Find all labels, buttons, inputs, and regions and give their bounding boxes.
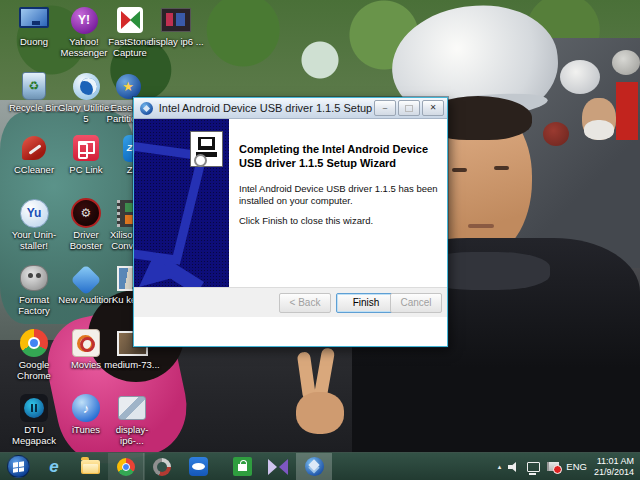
easeus-partition-icon <box>116 74 141 99</box>
teamviewer-icon <box>189 457 208 476</box>
taskbar: ENG 11:01 AM 21/9/2014 <box>0 452 640 480</box>
taskbar-store[interactable] <box>224 453 260 480</box>
finish-button[interactable]: Finish <box>336 293 396 313</box>
desktop-icon-dtu-megapack[interactable]: DTU Megapack <box>6 392 62 446</box>
desktop-screen: Duong Yahoo! Messenger FastStone Capture… <box>0 0 640 480</box>
back-button: < Back <box>279 293 331 313</box>
wallpaper-red-banner <box>616 82 638 140</box>
wallpaper-hand <box>296 392 344 434</box>
taskbar-circular-app[interactable] <box>144 453 180 480</box>
windows-logo-icon <box>7 455 30 478</box>
show-hidden-icons-arrow[interactable] <box>498 463 502 471</box>
desktop-icon-your-uninstaller[interactable]: Your Unin-staller! <box>6 197 62 251</box>
ccleaner-icon <box>22 136 46 160</box>
minimize-button[interactable]: – <box>374 100 396 116</box>
google-chrome-icon <box>20 329 48 357</box>
desktop-icon-recycle-bin[interactable]: Recycle Bin <box>6 70 62 114</box>
desktop-icon-display-ip6[interactable]: display ip6 ... <box>148 4 204 48</box>
taskbar-file-explorer[interactable] <box>72 453 108 480</box>
wizard-body-text: Intel Android Device USB driver 1.1.5 ha… <box>239 183 439 208</box>
titlebar[interactable]: Intel Android Device USB driver 1.1.5 Se… <box>134 98 447 119</box>
yahoo-messenger-icon <box>71 7 98 34</box>
icon-label: Your Unin-staller! <box>6 230 62 251</box>
clock[interactable]: 11:01 AM 21/9/2014 <box>594 456 634 478</box>
system-tray: ENG 11:01 AM 21/9/2014 <box>498 456 640 478</box>
setup-wizard-window: Intel Android Device USB driver 1.1.5 Se… <box>133 97 448 347</box>
icon-label: Format Factory <box>6 295 62 316</box>
desktop-icon-google-chrome[interactable]: Google Chrome <box>6 327 62 381</box>
start-button[interactable] <box>0 453 36 480</box>
icon-label: display ip6 ... <box>148 37 204 48</box>
taskbar-teamviewer[interactable] <box>180 453 216 480</box>
taskbar-media-app[interactable] <box>260 453 296 480</box>
install-computer-icon <box>190 131 223 167</box>
icon-label: Recycle Bin <box>6 103 62 114</box>
icon-label: Google Chrome <box>6 360 62 381</box>
icon-label: medium-73... <box>104 360 160 371</box>
your-uninstaller-icon <box>20 199 49 228</box>
maximize-button <box>398 100 420 116</box>
internet-explorer-icon <box>49 458 58 475</box>
icon-label: display-ip6-... <box>104 425 160 446</box>
tray-time: 11:01 AM <box>597 456 634 466</box>
icon-label: DTU Megapack <box>6 425 62 446</box>
network-icon[interactable] <box>527 462 540 472</box>
pc-link-icon <box>73 135 99 161</box>
wallpaper-rider-helmet <box>560 60 600 94</box>
volume-icon[interactable] <box>508 462 520 472</box>
desktop-icon-pc-link[interactable]: PC Link <box>58 132 114 176</box>
monitor-icon <box>19 7 49 28</box>
desktop-icon-duong[interactable]: Duong <box>6 4 62 48</box>
itunes-icon <box>72 394 100 422</box>
windows-store-icon <box>233 457 252 476</box>
wizard-instruction-text: Click Finish to close this wizard. <box>239 215 439 227</box>
taskbar-internet-explorer[interactable] <box>36 453 72 480</box>
wallpaper-selfie-eye <box>494 166 509 170</box>
new-audition-icon <box>70 264 101 295</box>
icon-label: Duong <box>6 37 62 48</box>
wallpaper-selfie-mouth <box>468 224 494 228</box>
file-explorer-icon <box>81 460 100 474</box>
wallpaper-rider-helmet <box>543 122 569 146</box>
desktop-icon-ccleaner[interactable]: CCleaner <box>6 132 62 176</box>
maximize-icon <box>405 105 413 112</box>
installer-icon <box>305 457 324 476</box>
taskbar-installer[interactable] <box>296 453 332 480</box>
action-center-flag-icon[interactable] <box>547 462 559 471</box>
wizard-heading: Completing the Intel Android Device USB … <box>239 143 441 171</box>
icon-label: CCleaner <box>6 165 62 176</box>
circular-app-icon <box>153 458 171 476</box>
close-button[interactable]: ✕ <box>422 100 444 116</box>
media-app-icon <box>268 459 288 475</box>
window-title: Intel Android Device USB driver 1.1.5 Se… <box>154 102 377 114</box>
icon-label: PC Link <box>58 165 114 176</box>
format-factory-icon <box>20 265 48 291</box>
dtu-megapack-icon <box>20 394 48 422</box>
taskbar-google-chrome[interactable] <box>108 453 144 480</box>
glary-utilities-icon <box>73 73 100 100</box>
wallpaper-selfie-eye <box>452 168 467 172</box>
recycle-bin-icon <box>22 72 46 100</box>
desktop-icon-format-factory[interactable]: Format Factory <box>6 262 62 316</box>
wizard-footer: < Back Finish Cancel <box>134 287 447 317</box>
installer-icon <box>140 102 153 115</box>
file-thumbnail-icon <box>118 396 146 420</box>
language-indicator[interactable]: ENG <box>566 461 587 472</box>
faststone-capture-icon <box>117 7 143 33</box>
wallpaper-rider-mask <box>584 120 614 140</box>
wallpaper-rider-helmet <box>612 50 640 75</box>
cancel-button: Cancel <box>390 293 442 313</box>
google-chrome-icon <box>117 458 135 476</box>
tray-date: 21/9/2014 <box>594 467 634 477</box>
image-thumbnail-icon <box>161 8 191 32</box>
desktop-icon-display-ip6-file[interactable]: display-ip6-... <box>104 392 160 446</box>
movies-folder-icon <box>72 329 100 357</box>
driver-booster-icon <box>71 198 101 228</box>
